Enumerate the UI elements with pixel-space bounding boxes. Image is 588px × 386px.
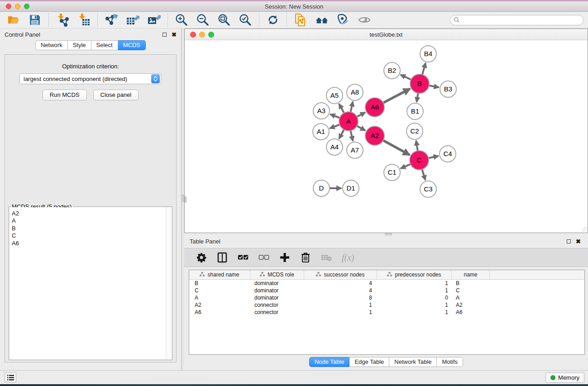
save-session-icon[interactable] (28, 13, 42, 27)
delete-table-icon[interactable] (321, 252, 332, 263)
node-A1[interactable]: A1 (313, 124, 329, 140)
tab-network-table[interactable]: Network Table (389, 357, 437, 367)
network-window-resize-grip[interactable] (185, 196, 186, 203)
zoom-selected-icon[interactable] (239, 13, 252, 27)
zoom-fit-icon[interactable] (217, 13, 231, 27)
node-label: A7 (351, 146, 359, 154)
node-A7[interactable]: A7 (347, 142, 363, 158)
node-table[interactable]: shared nameMCDS rolesuccessor nodesprede… (189, 270, 585, 355)
node-B3[interactable]: B3 (440, 81, 456, 97)
zoom-out-icon[interactable] (196, 13, 210, 27)
mcds-result-item[interactable]: A2 (12, 210, 172, 217)
import-network-icon[interactable] (56, 13, 69, 27)
node-B[interactable]: B (410, 74, 429, 93)
mcds-result-scrollbar[interactable] (166, 207, 172, 359)
node-D[interactable]: D (313, 180, 330, 196)
network-window-titlebar[interactable]: testGlobe.txt (185, 29, 588, 40)
tab-node-table[interactable]: Node Table (309, 357, 350, 367)
column-header-MCDS-role[interactable]: MCDS role (250, 270, 304, 279)
table-panel-tabs: Node TableEdge TableNetwork TableMotifs (184, 357, 588, 367)
tab-style[interactable]: Style (68, 40, 91, 50)
table-row[interactable]: Cdominator41C (189, 287, 584, 294)
node-A5[interactable]: A5 (326, 87, 343, 104)
export-network-icon[interactable] (105, 13, 118, 27)
tab-mcds[interactable]: MCDS (118, 40, 146, 50)
mcds-result-item[interactable]: B (12, 225, 172, 232)
export-image-icon[interactable] (147, 13, 161, 27)
column-header-predecessor-nodes[interactable]: predecessor nodes (377, 270, 452, 279)
zoom-in-icon[interactable] (175, 13, 188, 27)
window-titlebar[interactable]: Session: New Session (0, 1, 588, 12)
import-table-icon[interactable] (77, 13, 91, 27)
node-label: B3 (444, 85, 452, 93)
run-mcds-button[interactable]: Run MCDS (43, 90, 87, 100)
mcds-result-item[interactable]: A6 (12, 240, 172, 247)
network-window-resize-corner[interactable] (582, 227, 587, 232)
float-table-panel-icon[interactable] (567, 239, 571, 243)
control-panel-tabs: NetworkStyleSelectMCDS (0, 40, 181, 50)
column-header-name[interactable]: name (452, 270, 490, 279)
window-title: Session: New Session (0, 3, 588, 10)
node-B4[interactable]: B4 (420, 46, 436, 62)
node-A6[interactable]: A6 (365, 98, 384, 117)
column-type-icon (387, 272, 392, 278)
new-network-from-selection-icon[interactable] (294, 13, 307, 27)
node-C3[interactable]: C3 (420, 181, 436, 197)
mcds-result-list[interactable]: A2ABCA6 (10, 207, 172, 359)
node-A3[interactable]: A3 (313, 103, 330, 119)
delete-column-icon[interactable] (300, 252, 311, 263)
network-canvas[interactable]: B4B2BB3A8A5A6A3B1AA1C2A2A4A7C4CC1C3DD1 (185, 40, 588, 232)
vertical-splitter[interactable] (181, 29, 184, 370)
settings-gear-icon[interactable] (196, 252, 207, 263)
add-column-icon[interactable] (279, 252, 290, 263)
node-C1[interactable]: C1 (384, 164, 400, 181)
table-row[interactable]: Bdominator41B (189, 280, 584, 287)
table-row[interactable]: A2connector11A2 (189, 301, 584, 309)
tab-motifs[interactable]: Motifs (437, 357, 463, 367)
table-panel-title: Table Panel (190, 238, 220, 245)
node-A[interactable]: A (339, 112, 358, 131)
float-panel-icon[interactable] (163, 33, 167, 37)
show-columns-icon[interactable] (217, 252, 228, 263)
node-A2[interactable]: A2 (365, 126, 384, 145)
tab-edge-table[interactable]: Edge Table (349, 357, 389, 367)
close-panel-button[interactable]: Close panel (93, 90, 139, 100)
node-B1[interactable]: B1 (407, 103, 423, 119)
unselect-all-icon[interactable] (258, 252, 269, 263)
refresh-layout-icon[interactable] (266, 13, 280, 27)
node-label: B1 (411, 107, 419, 115)
search-icon (454, 17, 460, 23)
optimization-criterion-select[interactable]: largest connected component (directed) (19, 73, 161, 84)
table-row[interactable]: Adominator80A (189, 294, 584, 301)
node-C4[interactable]: C4 (440, 146, 456, 162)
export-table-icon[interactable] (126, 13, 139, 27)
tab-network[interactable]: Network (35, 40, 68, 50)
memory-button[interactable]: Memory (545, 372, 584, 383)
close-panel-icon[interactable]: ✖ (172, 33, 177, 37)
node-D1[interactable]: D1 (343, 180, 359, 196)
node-B2[interactable]: B2 (384, 62, 400, 79)
column-header-shared-name[interactable]: shared name (189, 270, 250, 279)
node-A4[interactable]: A4 (326, 139, 343, 155)
node-label: D1 (346, 184, 355, 192)
select-all-icon[interactable] (238, 252, 249, 263)
task-history-button[interactable] (5, 372, 16, 382)
node-table-body: Bdominator41BCdominator41CAdominator80AA… (189, 280, 584, 316)
desktop-background-strip (0, 384, 588, 386)
search-input[interactable] (462, 17, 583, 23)
show-hide-icon[interactable] (358, 13, 371, 27)
close-table-panel-icon[interactable]: ✖ (576, 239, 581, 243)
open-file-icon[interactable] (7, 13, 20, 27)
node-A8[interactable]: A8 (347, 84, 363, 100)
tab-select[interactable]: Select (91, 40, 118, 50)
mcds-result-item[interactable]: A (12, 217, 172, 224)
first-neighbors-icon[interactable] (315, 13, 329, 27)
column-header-successor-nodes[interactable]: successor nodes (304, 270, 377, 279)
function-builder-icon[interactable]: f(x) (342, 253, 354, 263)
search-box[interactable] (450, 15, 583, 25)
show-style-icon[interactable] (336, 13, 350, 27)
table-row[interactable]: A6connector11A6 (189, 309, 584, 316)
mcds-result-item[interactable]: C (12, 232, 172, 239)
node-C2[interactable]: C2 (406, 123, 423, 139)
node-C[interactable]: C (410, 151, 429, 170)
